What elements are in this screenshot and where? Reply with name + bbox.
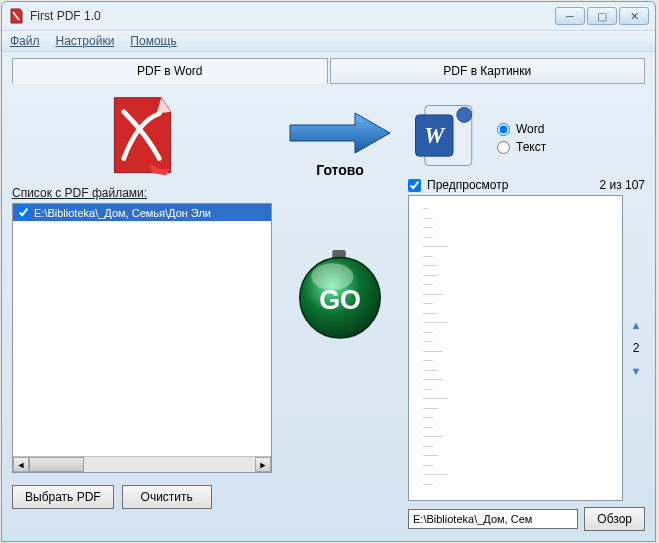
scroll-thumb[interactable] [29, 457, 84, 472]
clear-button[interactable]: Очистить [122, 485, 212, 509]
page-up-button[interactable]: ▲ [628, 317, 644, 333]
close-button[interactable]: ✕ [619, 7, 649, 25]
current-page: 2 [633, 341, 640, 355]
preview-checkbox[interactable] [408, 179, 421, 192]
svg-point-7 [457, 107, 472, 122]
tab-pdf-to-word[interactable]: PDF в Word [12, 58, 328, 84]
maximize-button[interactable]: ▢ [587, 7, 617, 25]
menu-settings[interactable]: Настройки [56, 34, 115, 48]
file-item-path: E:\Biblioteka\_Дом, Семья\Дон Эли [34, 207, 211, 219]
svg-text:GO: GO [319, 285, 361, 315]
browse-button[interactable]: Обзор [584, 507, 645, 531]
file-list[interactable]: E:\Biblioteka\_Дом, Семья\Дон Эли ◄ ► [12, 203, 272, 473]
file-list-label: Список с PDF файлами: [12, 186, 272, 200]
format-text-radio[interactable]: Текст [497, 140, 546, 154]
status-text: Готово [316, 162, 364, 178]
menu-file[interactable]: Файл [10, 34, 40, 48]
preview-label: Предпросмотр [427, 178, 508, 192]
preview-box: ———————————————————— ———————————————————… [408, 195, 623, 501]
word-icon: W [408, 98, 483, 173]
arrow-icon [285, 108, 395, 158]
output-path-input[interactable]: E:\Biblioteka\_Дом, Сем [408, 509, 578, 529]
scroll-left-button[interactable]: ◄ [13, 457, 29, 472]
format-word-radio[interactable]: Word [497, 122, 546, 136]
minimize-button[interactable]: ─ [555, 7, 585, 25]
page-down-button[interactable]: ▼ [628, 363, 644, 379]
go-button[interactable]: GO [294, 248, 386, 344]
menu-help[interactable]: Помощь [130, 34, 176, 48]
preview-page: ———————————————————— ———————————————————… [417, 204, 614, 492]
page-counter: 2 из 107 [599, 178, 645, 192]
file-list-item[interactable]: E:\Biblioteka\_Дом, Семья\Дон Эли [13, 204, 271, 221]
window-title: First PDF 1.0 [30, 9, 555, 23]
horizontal-scrollbar[interactable]: ◄ ► [13, 456, 271, 472]
tab-pdf-to-images[interactable]: PDF в Картинки [330, 58, 646, 84]
scroll-right-button[interactable]: ► [255, 457, 271, 472]
svg-text:W: W [424, 123, 446, 148]
app-icon [8, 8, 24, 24]
choose-pdf-button[interactable]: Выбрать PDF [12, 485, 114, 509]
file-item-checkbox[interactable] [17, 206, 30, 219]
pdf-icon [105, 93, 180, 178]
